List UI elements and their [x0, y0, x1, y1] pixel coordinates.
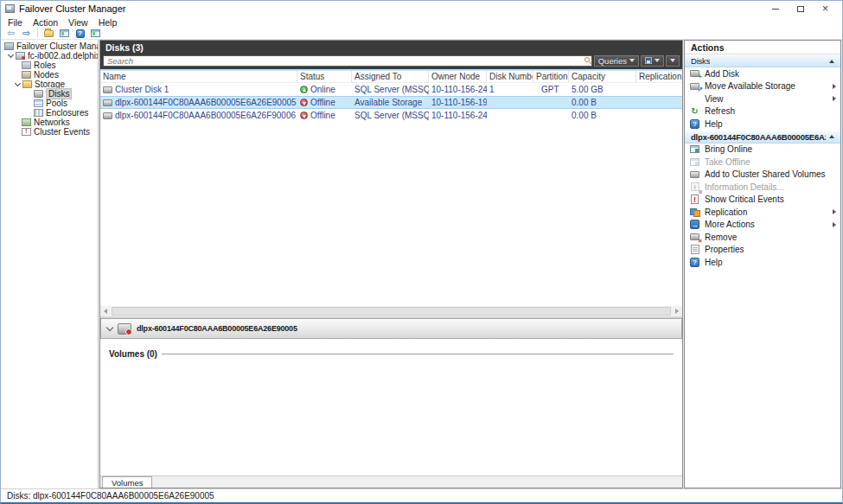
- tree-item-pools[interactable]: Pools: [1, 99, 98, 108]
- chevron-down-icon: [670, 59, 675, 62]
- cluster-shared-volume-icon: [689, 169, 700, 179]
- maximize-button[interactable]: [788, 2, 813, 16]
- search-icon: [584, 57, 590, 62]
- action-item-add-disk[interactable]: + Add Disk: [685, 67, 840, 80]
- pools-icon: [34, 99, 43, 107]
- tree-item-disks[interactable]: Disks: [1, 89, 98, 99]
- back-button[interactable]: ⇦: [4, 29, 17, 39]
- action-item-move-available-storage[interactable]: ↗ Move Available Storage: [685, 80, 840, 93]
- column-header-assigned-to[interactable]: Assigned To: [352, 71, 429, 82]
- action-item-properties[interactable]: Properties: [685, 244, 840, 257]
- action-item-bring-online[interactable]: Bring Online: [685, 144, 840, 156]
- action-item-show-critical-events[interactable]: ! Show Critical Events: [685, 194, 840, 207]
- show-action-pane-button[interactable]: [89, 29, 102, 39]
- add-disk-icon: +: [689, 69, 700, 79]
- action-item-replication[interactable]: Replication: [685, 206, 840, 219]
- minimize-icon: [772, 9, 779, 10]
- more-actions-icon: →: [689, 220, 700, 229]
- action-item-help[interactable]: ? Help: [685, 256, 840, 269]
- save-query-dropdown[interactable]: [641, 55, 664, 67]
- tree-item-nodes[interactable]: Nodes: [1, 70, 98, 80]
- status-text: Disks: dlpx-600144F0C80AAA6B00005E6A26E9…: [7, 491, 214, 501]
- column-header-partition-style[interactable]: Partition Style: [533, 71, 569, 82]
- remove-icon: ×: [689, 233, 700, 242]
- action-item-view[interactable]: View: [685, 93, 840, 105]
- scroll-right-button[interactable]: [672, 306, 682, 316]
- information-details-icon: i: [689, 182, 700, 192]
- offline-status-icon: [300, 99, 308, 106]
- up-one-level-button[interactable]: [42, 29, 55, 39]
- tree-item-networks[interactable]: Networks: [1, 118, 98, 127]
- toolbar-separator: [37, 29, 38, 38]
- show-console-tree-button[interactable]: [58, 29, 71, 39]
- tree-item-root[interactable]: Failover Cluster Manager: [1, 41, 98, 51]
- refresh-icon: ↻: [689, 106, 700, 116]
- action-item-add-to-csv[interactable]: Add to Cluster Shared Volumes: [685, 169, 840, 182]
- menu-action[interactable]: Action: [28, 17, 63, 28]
- horizontal-scrollbar[interactable]: [100, 306, 682, 316]
- action-item-help[interactable]: ? Help: [685, 118, 840, 131]
- networks-icon: [22, 118, 31, 126]
- queries-dropdown[interactable]: Queries: [594, 55, 639, 67]
- actions-group-disk-header[interactable]: dlpx-600144F0C80AAA6B00005E6A26E90005: [685, 131, 840, 144]
- tree-item-roles[interactable]: Roles: [1, 61, 98, 70]
- action-item-remove[interactable]: × Remove: [685, 231, 840, 244]
- table-row[interactable]: dlpx-600144F0C80AAA6B00005E6A26F90006 Of…: [100, 109, 682, 122]
- chevron-down-icon: [629, 59, 635, 62]
- tree-item-enclosures[interactable]: Enclosures: [1, 108, 98, 118]
- cluster-icon: [16, 52, 25, 60]
- detail-tabs: Volumes: [100, 475, 682, 488]
- status-bar: Disks: dlpx-600144F0C80AAA6B00005E6A26E9…: [1, 488, 842, 502]
- offline-disk-icon: [118, 323, 131, 335]
- console-icon: [4, 42, 14, 50]
- expand-chevron-icon[interactable]: [8, 52, 14, 58]
- column-header-owner-node[interactable]: Owner Node: [429, 71, 487, 82]
- table-row-selected[interactable]: dlpx-600144F0C80AAA6B00005E6A26E90005 Of…: [100, 96, 682, 109]
- disk-detail-header[interactable]: dlpx-600144F0C80AAA6B00005E6A26E90005: [100, 318, 682, 339]
- column-header-status[interactable]: Status: [297, 71, 352, 82]
- disk-icon: [103, 99, 112, 106]
- failover-cluster-manager-window: Failover Cluster Manager × File Action V…: [0, 0, 843, 504]
- column-header-disk-number[interactable]: Disk Number: [487, 71, 533, 82]
- tab-volumes[interactable]: Volumes: [102, 476, 152, 488]
- scrollbar-thumb[interactable]: [112, 307, 671, 316]
- properties-icon: [689, 245, 700, 254]
- actions-group-disks-header[interactable]: Disks: [685, 54, 840, 67]
- list-header-row: Name Status Assigned To Owner Node Disk …: [100, 71, 682, 83]
- expand-chevron-icon[interactable]: [15, 80, 21, 86]
- show-action-pane-icon: [91, 29, 100, 37]
- help-toolbar-button[interactable]: ?: [73, 29, 86, 39]
- move-storage-icon: ↗: [689, 81, 700, 91]
- column-header-name[interactable]: Name: [100, 71, 297, 82]
- show-console-tree-icon: [60, 29, 69, 37]
- section-divider: [162, 354, 674, 354]
- help-icon: ?: [76, 29, 85, 38]
- bring-online-icon: [689, 144, 700, 154]
- chevron-right-icon: [675, 309, 679, 314]
- take-offline-icon: [689, 157, 700, 167]
- search-input[interactable]: [103, 55, 592, 67]
- volumes-section-label: Volumes (0): [109, 349, 157, 359]
- action-item-refresh[interactable]: ↻ Refresh: [685, 105, 840, 118]
- collapse-chevron-icon[interactable]: [106, 323, 113, 330]
- menu-file[interactable]: File: [3, 17, 28, 28]
- tree-item-cluster-events[interactable]: Cluster Events: [1, 127, 98, 137]
- disk-icon: [103, 112, 112, 119]
- search-box: [103, 55, 592, 67]
- toolbar: ⇦ ⇨ ?: [1, 28, 842, 40]
- enclosures-icon: [34, 109, 43, 117]
- scroll-left-button[interactable]: [100, 306, 111, 316]
- close-button[interactable]: ×: [813, 2, 838, 16]
- menu-view[interactable]: View: [63, 17, 93, 28]
- minimize-button[interactable]: [763, 2, 788, 16]
- column-header-replication-role[interactable]: Replication Role: [636, 71, 682, 82]
- column-header-capacity[interactable]: Capacity: [569, 71, 636, 82]
- expand-search-options-button[interactable]: [666, 55, 680, 67]
- action-item-more-actions[interactable]: → More Actions: [685, 219, 840, 232]
- forward-button[interactable]: ⇨: [20, 29, 33, 39]
- table-row[interactable]: Cluster Disk 1 Online SQL Server (MSSQLS…: [100, 83, 682, 96]
- submenu-arrow-icon: [833, 222, 836, 227]
- tree-item-cluster[interactable]: fc-ib002.ad.delphix.com: [1, 51, 98, 61]
- maximize-icon: [797, 6, 804, 12]
- menu-help[interactable]: Help: [93, 17, 123, 28]
